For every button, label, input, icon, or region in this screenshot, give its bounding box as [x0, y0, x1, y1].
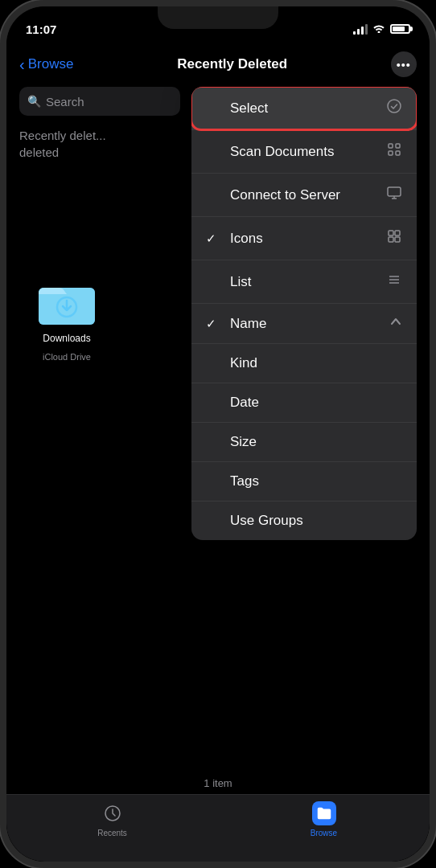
signal-icon [353, 24, 368, 35]
scan-icon [386, 141, 402, 162]
folder-item[interactable]: Downloads iCloud Drive [39, 280, 95, 362]
page-title: Recently Deleted [177, 56, 287, 72]
tab-browse[interactable]: Browse [218, 801, 430, 837]
name-label: Name [230, 316, 266, 332]
svg-rect-4 [389, 144, 393, 148]
icons-label: Icons [230, 231, 263, 247]
menu-item-size[interactable]: Size [191, 423, 417, 462]
bottom-tab-bar: Recents Browse [6, 794, 430, 862]
folder-sublabel: iCloud Drive [43, 352, 91, 362]
select-icon [386, 98, 402, 118]
dropdown-menu: Select Scan Documents [191, 87, 417, 540]
nav-header: ‹ Browse Recently Deleted ⬤⬤⬤ [6, 42, 430, 87]
recents-label: Recents [97, 829, 127, 837]
select-label: Select [230, 100, 268, 117]
use-groups-label: Use Groups [230, 513, 303, 529]
svg-point-3 [388, 100, 401, 113]
svg-rect-10 [395, 231, 400, 235]
back-chevron-icon: ‹ [19, 55, 25, 74]
sidebar-content: Recently delet...deleted [19, 127, 180, 161]
menu-item-select[interactable]: Select [191, 87, 417, 130]
status-icons [353, 23, 410, 35]
grid-icon [386, 228, 402, 248]
size-label: Size [230, 434, 257, 450]
name-check: ✓ [206, 317, 222, 331]
search-icon: 🔍 [27, 95, 41, 108]
menu-item-use-groups[interactable]: Use Groups [191, 502, 417, 540]
scan-label: Scan Documents [230, 144, 334, 160]
search-bar[interactable]: 🔍 Search [19, 87, 180, 116]
main-content: ‹ Browse Recently Deleted ⬤⬤⬤ 🔍 Search R… [6, 6, 430, 862]
menu-item-tags[interactable]: Tags [191, 462, 417, 502]
list-label: List [230, 274, 251, 290]
svg-rect-9 [389, 231, 393, 235]
menu-item-kind[interactable]: Kind [191, 344, 417, 383]
more-icon: ⬤⬤⬤ [397, 63, 411, 67]
menu-item-scan-documents[interactable]: Scan Documents [191, 130, 417, 174]
menu-item-name[interactable]: ✓ Name [191, 304, 417, 344]
kind-label: Kind [230, 355, 257, 371]
folder-name: Downloads [43, 333, 90, 346]
tab-recents[interactable]: Recents [6, 801, 218, 837]
notch [158, 6, 278, 29]
menu-item-connect-to-server[interactable]: Connect to Server [191, 174, 417, 217]
recently-deleted-label: Recently delet...deleted [19, 129, 106, 159]
monitor-icon [386, 185, 402, 205]
back-label: Browse [28, 56, 74, 72]
date-label: Date [230, 395, 259, 411]
phone-frame: 11:07 [0, 0, 436, 868]
svg-rect-7 [396, 151, 400, 155]
chevron-up-icon [389, 315, 402, 332]
menu-item-date[interactable]: Date [191, 383, 417, 423]
recents-icon [101, 801, 125, 825]
menu-item-icons[interactable]: ✓ Icons [191, 217, 417, 260]
svg-rect-6 [389, 151, 393, 155]
search-input[interactable]: Search [46, 95, 84, 108]
svg-rect-8 [388, 187, 401, 196]
phone-screen: 11:07 [6, 6, 430, 862]
svg-rect-5 [396, 144, 400, 148]
wifi-icon [372, 23, 385, 35]
menu-item-list[interactable]: List [191, 260, 417, 304]
icons-check: ✓ [206, 231, 222, 246]
tags-label: Tags [230, 473, 259, 489]
status-time: 11:07 [26, 23, 56, 36]
list-icon [386, 272, 402, 292]
browse-label: Browse [311, 829, 337, 837]
svg-rect-12 [395, 237, 400, 242]
folder-icon [39, 280, 95, 326]
back-button[interactable]: ‹ Browse [19, 55, 73, 74]
battery-icon [390, 24, 410, 34]
browse-icon [312, 801, 336, 825]
connect-label: Connect to Server [230, 187, 340, 203]
more-button[interactable]: ⬤⬤⬤ [391, 51, 417, 77]
item-count: 1 item [6, 777, 430, 789]
svg-rect-11 [389, 237, 393, 242]
